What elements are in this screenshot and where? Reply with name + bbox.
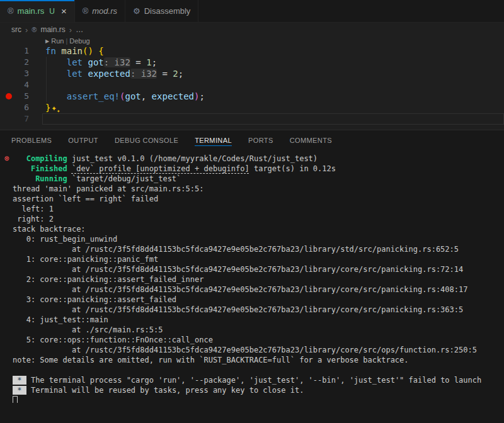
breadcrumb-item-src[interactable]: src: [11, 25, 21, 34]
line-number: 1: [0, 45, 29, 57]
terminal-segment: 4: just_test::main: [13, 315, 108, 324]
terminal-segment: Compiling: [26, 154, 67, 163]
code-token: let: [67, 69, 83, 79]
breakpoint-dot[interactable]: [6, 93, 12, 99]
code-token: got: [125, 91, 140, 101]
breadcrumb-item-file[interactable]: main.rs: [40, 25, 65, 34]
terminal-line: 0: rust_begin_unwind: [13, 234, 504, 244]
terminal-line: stack backtrace:: [13, 224, 504, 234]
chevron-right-icon: ›: [25, 25, 28, 35]
gear-icon: ⚙: [133, 6, 140, 16]
terminal-segment: [67, 164, 72, 173]
code-lines: 1fn main() {2 let got: i32 = 1;3 let exp…: [0, 45, 504, 125]
terminal-segment: `dev` profile [unoptimized + debuginfo]: [72, 164, 249, 173]
panel-tab-debug-console[interactable]: DEBUG CONSOLE: [115, 130, 178, 150]
terminal-segment: left: 1: [13, 205, 54, 213]
code-line-text: assert_eq!(got, expected);: [45, 91, 205, 102]
panel-tab-terminal[interactable]: TERMINAL: [195, 130, 232, 150]
terminal-line: at /rustc/3f5fd8dd41153bc5fdca9427e9e05b…: [13, 345, 504, 355]
code-line: 6}✦✦: [0, 102, 504, 113]
code-token: [45, 69, 67, 79]
terminal-segment: at /rustc/3f5fd8dd41153bc5fdca9427e9e05b…: [13, 305, 463, 314]
terminal-line: note: Some details are omitted, run with…: [13, 355, 504, 365]
terminal-line: 1: core::panicking::panic_fmt: [13, 254, 504, 264]
terminal-segment: assertion `left == right` failed: [13, 195, 158, 203]
terminal-segment: *: [13, 376, 26, 385]
terminal-lines: Compiling just_test v0.1.0 (/home/myyrak…: [13, 154, 504, 403]
terminal-segment: Terminal will be reused by tasks, press …: [26, 386, 304, 395]
panel-tab-bar: PROBLEMS OUTPUT DEBUG CONSOLE TERMINAL P…: [0, 130, 504, 150]
terminal-cursor: [13, 396, 18, 403]
code-token: ;: [199, 91, 204, 101]
code-token: ;: [178, 69, 183, 79]
line-number: 4: [0, 79, 29, 91]
code-token: assert_eq!: [67, 91, 120, 101]
codelens: ▶ Run|Debug: [45, 37, 504, 45]
terminal-segment: Finished: [31, 164, 67, 173]
terminal-line: left: 1: [13, 204, 504, 214]
code-token: : i32: [104, 57, 130, 67]
terminal-line: assertion `left == right` failed: [13, 194, 504, 204]
terminal-segment: just_test v0.1.0 (/home/myyrakle/Codes/R…: [67, 154, 318, 163]
terminal-line: right: 2: [13, 214, 504, 224]
line-number: 2: [0, 57, 29, 68]
terminal-segment: [13, 174, 35, 183]
code-token: ;: [152, 57, 157, 67]
panel-tab-output[interactable]: OUTPUT: [68, 130, 98, 150]
terminal-segment: The terminal process "cargo 'run', '--pa…: [26, 376, 481, 385]
rust-file-icon: ®: [32, 26, 37, 33]
editor-tab-bar: ® main.rs U × ® mod.rs ⚙ Disassembly: [0, 0, 504, 23]
vscode-window: ® main.rs U × ® mod.rs ⚙ Disassembly src…: [0, 0, 504, 423]
tab-disassembly[interactable]: ⚙ Disassembly: [125, 0, 198, 22]
code-token: [45, 91, 67, 101]
terminal-segment: at /rustc/3f5fd8dd41153bc5fdca9427e9e05b…: [13, 346, 477, 354]
terminal-line: 5: core::ops::function::FnOnce::call_onc…: [13, 335, 504, 345]
terminal-line: at /rustc/3f5fd8dd41153bc5fdca9427e9e05b…: [13, 244, 504, 254]
code-token: }: [45, 103, 50, 113]
terminal-line: [13, 365, 504, 375]
terminal-segment: target(s) in 0.12s: [249, 164, 336, 173]
tab-main-rs[interactable]: ® main.rs U ×: [0, 0, 75, 22]
code-line: 4: [0, 79, 504, 91]
terminal-segment: 3: core::panicking::assert_failed: [13, 295, 176, 304]
current-line-highlight: [42, 113, 504, 125]
terminal-line: thread 'main' panicked at src/main.rs:5:…: [13, 184, 504, 194]
code-line-text: let expected: i32 = 2;: [45, 68, 183, 79]
command-failed-icon: ⊗: [4, 154, 9, 162]
terminal-line: Finished `dev` profile [unoptimized + de…: [13, 164, 504, 174]
terminal-segment: [13, 154, 26, 163]
close-icon[interactable]: ×: [61, 6, 67, 16]
terminal-output[interactable]: ⊗ Compiling just_test v0.1.0 (/home/myyr…: [0, 150, 504, 403]
code-token: (): [83, 46, 93, 56]
codelens-debug-link[interactable]: Debug: [69, 37, 89, 45]
terminal-line: * The terminal process "cargo 'run', '--…: [13, 375, 504, 385]
line-number: 3: [0, 68, 29, 79]
terminal-segment: at /rustc/3f5fd8dd41153bc5fdca9427e9e05b…: [13, 245, 459, 254]
terminal-segment: 5: core::ops::function::FnOnce::call_onc…: [13, 336, 213, 344]
line-number: 5: [0, 91, 29, 102]
terminal-line: [13, 395, 504, 403]
breadcrumb-item-symbol[interactable]: …: [76, 25, 83, 34]
code-line: 2 let got: i32 = 1;: [0, 57, 504, 68]
codelens-run-link[interactable]: Run: [51, 37, 64, 45]
panel-tab-ports[interactable]: PORTS: [248, 130, 273, 150]
terminal-line: at /rustc/3f5fd8dd41153bc5fdca9427e9e05b…: [13, 305, 504, 315]
rust-file-icon: ®: [8, 6, 14, 16]
terminal-line: 2: core::panicking::assert_failed_inner: [13, 274, 504, 285]
code-token: =: [130, 57, 146, 67]
code-token: [45, 57, 67, 67]
code-token: : i32: [130, 69, 157, 79]
code-token: 2: [173, 69, 178, 79]
tab-mod-rs[interactable]: ® mod.rs: [75, 0, 125, 22]
code-line: 1fn main() {: [0, 45, 504, 57]
panel-tab-comments[interactable]: COMMENTS: [290, 130, 332, 150]
run-play-icon: ▶: [45, 38, 49, 44]
code-line-text: }✦✦: [45, 102, 60, 113]
code-token: =: [157, 69, 173, 79]
terminal-line: at /rustc/3f5fd8dd41153bc5fdca9427e9e05b…: [13, 264, 504, 274]
code-editor[interactable]: ▶ Run|Debug 1fn main() {2 let got: i32 =…: [0, 37, 504, 130]
panel-tab-problems[interactable]: PROBLEMS: [11, 130, 52, 150]
code-token: expected: [152, 91, 194, 101]
code-line: 5 assert_eq!(got, expected);: [0, 91, 504, 102]
terminal-segment: at /rustc/3f5fd8dd41153bc5fdca9427e9e05b…: [13, 285, 467, 294]
